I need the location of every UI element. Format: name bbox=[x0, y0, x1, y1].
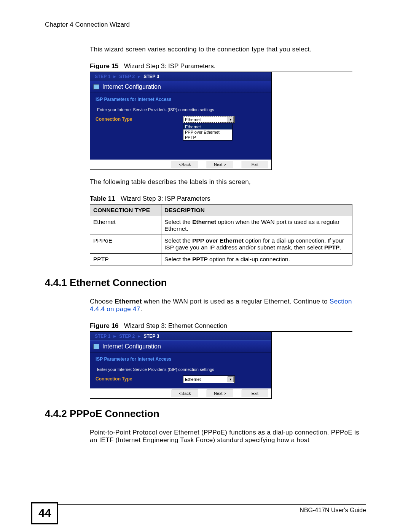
exit-button[interactable]: Exit bbox=[242, 390, 268, 397]
wizard-steps: STEP 1 ▶ STEP 2 ▶ STEP 3 bbox=[90, 332, 271, 340]
folder-icon bbox=[93, 344, 99, 349]
heading-441: 4.4.1 Ethernet Connection bbox=[45, 277, 366, 289]
table-row: Ethernet Select the Ethernet option when… bbox=[90, 216, 352, 235]
cell-pppoe: PPPoE bbox=[90, 235, 161, 254]
wizard-footer: <Back Next > Exit bbox=[90, 388, 271, 398]
table-title: Wizard Step 3: ISP Parameters bbox=[121, 195, 210, 202]
folder-icon bbox=[93, 84, 99, 89]
chevron-down-icon: ▼ bbox=[228, 376, 234, 382]
connection-type-label: Connection Type bbox=[96, 375, 183, 382]
page-number: 44 bbox=[31, 502, 58, 524]
step-1: STEP 1 bbox=[95, 74, 110, 79]
cell-ethernet: Ethernet bbox=[90, 216, 161, 235]
figure-15-caption: Figure 15 Wizard Step 3: ISP Parameters. bbox=[90, 62, 352, 72]
connection-type-select[interactable]: Ethernet ▼ bbox=[183, 375, 235, 383]
table-row: PPTP Select the PPTP option for a dial-u… bbox=[90, 254, 352, 265]
wizard-instruction: Enter your Internet Service Provider's (… bbox=[97, 107, 266, 112]
heading-442: 4.4.2 PPPoE Connection bbox=[45, 408, 366, 420]
select-value: Ethernet bbox=[185, 117, 201, 122]
pppoe-paragraph: Point-to-Point Protocol over Ethernet (P… bbox=[90, 429, 366, 444]
figure-title: Wizard Step 3: ISP Parameters. bbox=[124, 62, 216, 70]
cell-ethernet-desc: Select the Ethernet option when the WAN … bbox=[161, 216, 352, 235]
step-sep-icon: ▶ bbox=[138, 75, 140, 78]
th-connection-type: CONNECTION TYPE bbox=[90, 204, 161, 216]
cell-pptp-desc: Select the PPTP option for a dial-up con… bbox=[161, 254, 352, 265]
table-row: PPPoE Select the PPP over Ethernet optio… bbox=[90, 235, 352, 254]
table-label: Table 11 bbox=[90, 195, 115, 202]
wizard-body: ISP Parameters for Internet Access Enter… bbox=[90, 353, 271, 388]
chevron-down-icon: ▼ bbox=[228, 117, 234, 123]
step-2: STEP 2 bbox=[119, 74, 135, 79]
figure-title: Wizard Step 3: Ethernet Connection bbox=[124, 322, 227, 329]
wizard-figure-16: STEP 1 ▶ STEP 2 ▶ STEP 3 Internet Config… bbox=[90, 332, 272, 399]
next-button[interactable]: Next > bbox=[207, 161, 233, 168]
intro-text: This wizard screen varies according to t… bbox=[90, 46, 366, 53]
step-3: STEP 3 bbox=[143, 334, 159, 339]
back-button[interactable]: <Back bbox=[172, 161, 198, 168]
page: Chapter 4 Connection Wizard This wizard … bbox=[0, 0, 411, 532]
wizard-instruction: Enter your Internet Service Provider's (… bbox=[97, 367, 266, 372]
figure-16-caption: Figure 16 Wizard Step 3: Ethernet Connec… bbox=[90, 322, 352, 332]
back-button[interactable]: <Back bbox=[172, 390, 198, 397]
table-11: CONNECTION TYPE DESCRIPTION Ethernet Sel… bbox=[90, 204, 352, 265]
th-description: DESCRIPTION bbox=[161, 204, 352, 216]
step-sep-icon: ▶ bbox=[113, 334, 116, 338]
next-button[interactable]: Next > bbox=[207, 390, 233, 397]
wizard-footer: <Back Next > Exit bbox=[90, 160, 271, 169]
page-footer: 44 NBG-417N User's Guide bbox=[45, 504, 366, 514]
wizard-body: ISP Parameters for Internet Access Enter… bbox=[90, 93, 271, 160]
wizard-title: Internet Configuration bbox=[102, 83, 161, 90]
option-ethernet[interactable]: Ethernet bbox=[183, 124, 232, 129]
cell-pppoe-desc: Select the PPP over Ethernet option for … bbox=[161, 235, 352, 254]
step-1: STEP 1 bbox=[95, 334, 110, 339]
step-3: STEP 3 bbox=[143, 74, 159, 79]
connection-type-options: Ethernet PPP over Ethernet PPTP bbox=[183, 124, 233, 141]
connection-type-label: Connection Type bbox=[96, 116, 183, 122]
wizard-title: Internet Configuration bbox=[102, 343, 161, 350]
wizard-section-title: ISP Parameters for Internet Access bbox=[96, 356, 266, 362]
step-sep-icon: ▶ bbox=[138, 334, 140, 338]
step-2: STEP 2 bbox=[119, 334, 135, 339]
guide-name: NBG-417N User's Guide bbox=[299, 505, 366, 514]
option-ppp-over-ethernet[interactable]: PPP over Ethernet bbox=[183, 129, 232, 135]
wizard-figure-15: STEP 1 ▶ STEP 2 ▶ STEP 3 Internet Config… bbox=[90, 72, 272, 170]
table-11-caption: Table 11 Wizard Step 3: ISP Parameters bbox=[90, 195, 352, 204]
option-pptp[interactable]: PPTP bbox=[183, 135, 232, 140]
wizard-section-title: ISP Parameters for Internet Access bbox=[96, 97, 266, 102]
cell-pptp: PPTP bbox=[90, 254, 161, 265]
running-header: Chapter 4 Connection Wizard bbox=[45, 21, 366, 31]
wizard-steps: STEP 1 ▶ STEP 2 ▶ STEP 3 bbox=[90, 72, 271, 81]
step-sep-icon: ▶ bbox=[113, 75, 116, 78]
figure-label: Figure 16 bbox=[90, 322, 119, 329]
figure-label: Figure 15 bbox=[90, 62, 119, 70]
table-intro-text: The following table describes the labels… bbox=[90, 178, 366, 186]
wizard-title-bar: Internet Configuration bbox=[90, 81, 271, 93]
exit-button[interactable]: Exit bbox=[242, 161, 268, 168]
select-value: Ethernet bbox=[185, 377, 201, 382]
connection-type-select[interactable]: Ethernet ▼ bbox=[183, 116, 235, 123]
wizard-title-bar: Internet Configuration bbox=[90, 340, 271, 353]
ethernet-paragraph: Choose Ethernet when the WAN port is use… bbox=[90, 298, 366, 313]
